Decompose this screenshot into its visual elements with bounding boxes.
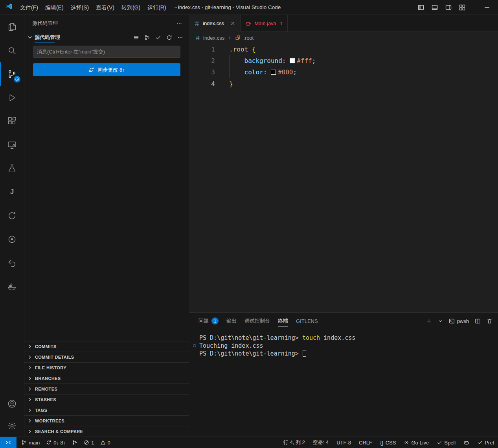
section-commits[interactable]: COMMITS	[24, 341, 189, 352]
java-icon[interactable]: J	[0, 180, 24, 204]
css-file-icon	[195, 35, 200, 41]
menu-goto[interactable]: 转到(G)	[118, 2, 144, 13]
problems-status-item[interactable]: 1 0	[81, 437, 113, 448]
customize-layout-icon[interactable]	[459, 4, 465, 11]
indentation-item[interactable]: 空格: 4	[309, 437, 333, 448]
section-tags[interactable]: TAGS	[24, 405, 189, 415]
testing-icon[interactable]	[0, 157, 24, 180]
section-stashes[interactable]: STASHES	[24, 394, 189, 405]
tab-main-java[interactable]: Main.java 1	[241, 15, 288, 31]
toggle-panel-icon[interactable]	[432, 4, 438, 11]
menu-more-icon[interactable]	[170, 4, 184, 11]
code-line: 2 background: #fff;	[189, 55, 498, 66]
terminal-line: Touching index.css	[199, 342, 498, 350]
accounts-icon[interactable]	[0, 393, 24, 415]
tab-debug-console[interactable]: 调试控制台	[241, 313, 274, 329]
menu-file[interactable]: 文件(F)	[17, 2, 42, 13]
code-line: 1 .root {	[189, 44, 498, 55]
terminal-output[interactable]: PS D:\git\note\git-learning> touch index…	[189, 329, 498, 437]
branch-name: main	[29, 440, 40, 446]
language-mode-item[interactable]: {}CSS	[376, 437, 400, 448]
sidebar-title: 源代码管理	[32, 20, 58, 27]
panel-actions: pwsh	[426, 318, 492, 324]
menu-selection[interactable]: 选择(S)	[67, 2, 93, 13]
commit-graph-icon[interactable]	[144, 35, 150, 41]
code-line-current: 4 }	[189, 78, 498, 89]
tab-output[interactable]: 输出	[222, 313, 241, 329]
kill-terminal-icon[interactable]	[487, 318, 492, 324]
go-live-label: Go Live	[411, 440, 429, 446]
run-debug-icon[interactable]	[0, 86, 24, 109]
branch-status-item[interactable]: main	[18, 437, 43, 448]
search-icon[interactable]	[0, 39, 24, 62]
color-swatch[interactable]	[290, 58, 295, 63]
go-live-item[interactable]: Go Live	[400, 437, 433, 448]
minimize-icon[interactable]	[484, 4, 490, 11]
code-editor[interactable]: 1 .root { 2 background: #fff; 3 color: #…	[189, 44, 498, 312]
spell-checker-item[interactable]: Spell	[433, 437, 459, 448]
settings-gear-icon[interactable]	[0, 415, 24, 437]
terminal-profile-dropdown-icon[interactable]	[438, 319, 443, 324]
docker-icon[interactable]	[0, 275, 24, 298]
menu-run[interactable]: 运行(R)	[144, 2, 169, 13]
cursor-position-item[interactable]: 行 4, 列 2	[279, 437, 309, 448]
code-text: background: #fff;	[229, 55, 316, 66]
breadcrumb-symbol[interactable]: .root	[243, 35, 254, 41]
css-property: background	[244, 57, 282, 65]
tab-index-css[interactable]: index.css	[189, 15, 241, 32]
section-worktrees[interactable]: WORKTREES	[24, 415, 189, 426]
view-as-list-icon[interactable]	[133, 35, 139, 41]
section-remotes[interactable]: REMOTES	[24, 383, 189, 394]
section-search-compare[interactable]: SEARCH & COMPARE	[24, 426, 189, 437]
scm-section-header[interactable]: 源代码管理	[24, 31, 189, 43]
menu-edit[interactable]: 编辑(E)	[42, 2, 67, 13]
section-label: BRANCHES	[35, 376, 61, 381]
sync-changes-button[interactable]: 同步更改 8↑	[33, 63, 180, 76]
eol-item[interactable]: CRLF	[355, 437, 376, 448]
warning-count: 0	[108, 440, 110, 446]
sync-status-item[interactable]: 0↓ 8↑	[43, 437, 69, 448]
color-swatch[interactable]	[271, 70, 276, 75]
remote-indicator[interactable]	[0, 437, 17, 448]
line-number: 4	[189, 78, 215, 89]
section-branches[interactable]: BRANCHES	[24, 373, 189, 383]
command-decoration-icon[interactable]	[193, 344, 196, 347]
section-file-history[interactable]: FILE HISTORY	[24, 362, 189, 373]
panel-tab-bar: 问题1 输出 调试控制台 终端 GITLENS pwsh	[189, 313, 498, 329]
explorer-icon[interactable]	[0, 15, 24, 39]
terminal-prompt: PS D:\git\note\git-learning>	[199, 334, 302, 341]
chevron-down-icon	[27, 34, 33, 41]
tab-terminal[interactable]: 终端	[274, 313, 292, 329]
css-value: #000	[278, 68, 293, 76]
commit-graph-status-item[interactable]	[69, 437, 81, 448]
line-number: 2	[189, 55, 215, 66]
close-tab-icon[interactable]	[230, 21, 235, 26]
copilot-item[interactable]	[459, 437, 473, 448]
encoding-item[interactable]: UTF-8	[333, 437, 355, 448]
split-terminal-icon[interactable]	[475, 318, 481, 324]
target-icon[interactable]	[0, 227, 24, 251]
breadcrumb-file[interactable]: index.css	[203, 35, 224, 41]
commit-graph-icon	[72, 440, 77, 445]
scm-more-actions-icon[interactable]	[177, 35, 183, 41]
terminal-instance-pwsh[interactable]: pwsh	[449, 318, 469, 324]
toggle-secondary-sidebar-icon[interactable]	[445, 4, 452, 11]
undo-icon[interactable]	[0, 251, 24, 275]
source-control-icon[interactable]	[0, 62, 24, 86]
sidebar-more-actions-icon[interactable]	[176, 20, 182, 26]
prettier-item[interactable]: Pret	[473, 437, 498, 448]
commit-message-input[interactable]	[33, 46, 180, 58]
section-commit-details[interactable]: COMMIT DETAILS	[24, 352, 189, 362]
tab-gitlens[interactable]: GITLENS	[292, 313, 322, 329]
gradle-icon[interactable]	[0, 204, 24, 227]
title-bar: 文件(F) 编辑(E) 选择(S) 查看(V) 转到(G) 运行(R) inde…	[0, 0, 498, 15]
menu-view[interactable]: 查看(V)	[92, 2, 118, 13]
commit-check-icon[interactable]	[155, 35, 161, 41]
encoding: UTF-8	[336, 440, 351, 446]
tab-problems[interactable]: 问题1	[195, 313, 222, 329]
remote-explorer-icon[interactable]	[0, 133, 24, 157]
new-terminal-icon[interactable]	[426, 318, 432, 324]
extensions-icon[interactable]	[0, 109, 24, 133]
toggle-sidebar-icon[interactable]	[418, 4, 424, 11]
refresh-icon[interactable]	[166, 35, 172, 41]
